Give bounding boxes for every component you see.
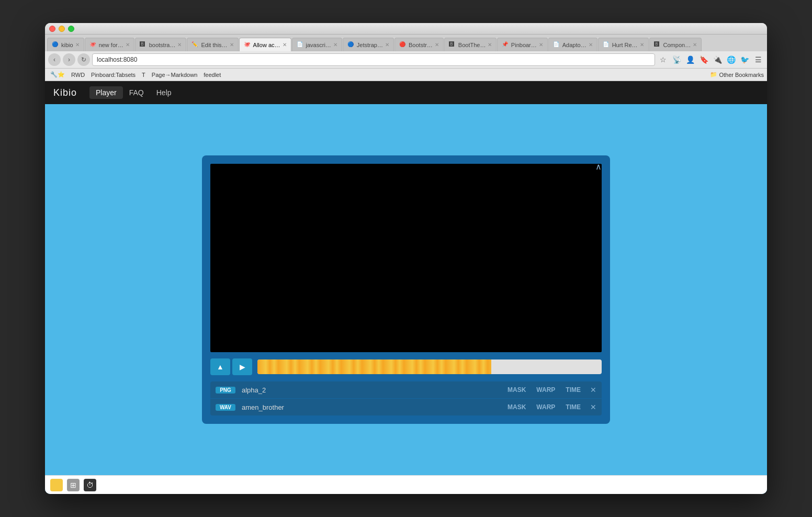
app-nav-items: Player FAQ Help bbox=[89, 86, 178, 99]
progress-bar-fill bbox=[257, 359, 491, 374]
rss-icon[interactable]: 📡 bbox=[671, 54, 682, 65]
tab-close-icon[interactable]: ✕ bbox=[640, 42, 644, 48]
grid-icon[interactable]: ⊞ bbox=[67, 479, 80, 491]
address-input[interactable] bbox=[92, 53, 655, 66]
tab-javascript[interactable]: 📄 javascri… ✕ bbox=[292, 38, 342, 51]
minimize-button[interactable] bbox=[59, 26, 65, 32]
tab-label: bootstra… bbox=[149, 42, 176, 48]
tab-label: BootThe… bbox=[458, 42, 486, 48]
bookmark-label: Pinboard:Tabsets bbox=[91, 72, 136, 78]
bookmark-label: Page→Markdown bbox=[152, 72, 197, 78]
tab-close-icon[interactable]: ✕ bbox=[126, 42, 130, 48]
tab-close-icon[interactable]: ✕ bbox=[75, 42, 80, 48]
tab-new-forms[interactable]: 🐙 new for… ✕ bbox=[85, 38, 134, 51]
badge-icon[interactable]: 🔖 bbox=[698, 54, 709, 65]
tab-close-icon[interactable]: ✕ bbox=[589, 42, 593, 48]
tab-jetstrap[interactable]: 🔵 Jetstrap… ✕ bbox=[343, 38, 394, 51]
tab-favicon: ✏️ bbox=[191, 41, 199, 49]
tab-favicon: 🔵 bbox=[347, 41, 355, 49]
app-brand: Kibio bbox=[53, 87, 77, 98]
tab-close-icon[interactable]: ✕ bbox=[488, 42, 492, 48]
reload-button[interactable]: ↻ bbox=[77, 53, 90, 66]
bookmark-rwd[interactable]: RWD bbox=[69, 71, 87, 78]
tab-close-icon[interactable]: ✕ bbox=[435, 42, 439, 48]
tab-favicon: 🐙 bbox=[244, 41, 251, 49]
control-buttons: ▲ ▶ bbox=[210, 358, 252, 375]
track-warp-button[interactable]: WARP bbox=[536, 403, 555, 411]
tab-boottheme[interactable]: 🅱 BootThe… ✕ bbox=[444, 38, 497, 51]
tab-close-icon[interactable]: ✕ bbox=[230, 42, 234, 48]
track-warp-button[interactable]: WARP bbox=[536, 386, 555, 394]
tab-close-icon[interactable]: ✕ bbox=[693, 42, 697, 48]
track-name: alpha_2 bbox=[242, 386, 502, 394]
bookmarks-other-label: Other Bookmarks bbox=[719, 72, 764, 78]
star-icon[interactable]: ☆ bbox=[657, 54, 669, 65]
track-mask-button[interactable]: MASK bbox=[508, 403, 526, 411]
player-area: ∧ ▲ ▶ PNG bbox=[45, 104, 767, 475]
clock-icon[interactable]: ⏱ bbox=[84, 479, 96, 491]
nav-item-faq[interactable]: FAQ bbox=[123, 86, 150, 99]
tab-favicon: 📄 bbox=[297, 41, 304, 49]
mac-window: 🔵 kibio ✕ 🐙 new for… ✕ 🅱 bootstra… ✕ ✏️ … bbox=[45, 23, 767, 494]
tab-edit[interactable]: ✏️ Edit this… ✕ bbox=[187, 38, 238, 51]
twitter-icon[interactable]: 🐦 bbox=[739, 54, 750, 65]
title-bar bbox=[45, 23, 767, 35]
tab-close-icon[interactable]: ✕ bbox=[333, 42, 337, 48]
tab-favicon: 🅱 bbox=[140, 41, 147, 49]
menu-icon[interactable]: ☰ bbox=[752, 54, 764, 65]
bookmark-feedlet[interactable]: feedlet bbox=[201, 71, 223, 78]
bookmark-page-markdown[interactable]: Page→Markdown bbox=[150, 71, 199, 78]
tab-component[interactable]: 🅱 Compon… ✕ bbox=[649, 38, 702, 51]
tab-bootstrap2[interactable]: 🔴 Bootstr… ✕ bbox=[394, 38, 444, 51]
tab-favicon: 🅱 bbox=[449, 41, 456, 49]
maximize-button[interactable] bbox=[68, 26, 74, 32]
progress-bar-container[interactable] bbox=[257, 359, 602, 374]
address-bar-row: ‹ › ↻ ☆ 📡 👤 🔖 🔌 🌐 🐦 ☰ bbox=[45, 51, 767, 69]
tab-hurt[interactable]: 📄 Hurt Re… ✕ bbox=[598, 38, 649, 51]
tab-favicon: 🐙 bbox=[89, 41, 97, 49]
play-button[interactable]: ▶ bbox=[232, 358, 252, 375]
tab-pinboard[interactable]: 📌 Pinboar… ✕ bbox=[497, 38, 548, 51]
tab-close-icon[interactable]: ✕ bbox=[177, 42, 182, 48]
nav-item-help[interactable]: Help bbox=[150, 86, 178, 99]
tab-label: Bootstr… bbox=[409, 42, 433, 48]
track-delete-button[interactable]: ✕ bbox=[590, 386, 596, 394]
tab-label: Allow ac… bbox=[253, 42, 280, 48]
tab-adapto[interactable]: 📄 Adapto… ✕ bbox=[548, 38, 597, 51]
back-button[interactable]: ‹ bbox=[48, 53, 61, 66]
track-time-button[interactable]: TIME bbox=[566, 403, 581, 411]
track-mask-button[interactable]: MASK bbox=[508, 386, 526, 394]
track-row: PNG alpha_2 MASK WARP TIME ✕ bbox=[210, 381, 602, 399]
yellow-box-icon[interactable] bbox=[50, 479, 63, 491]
avatar-icon[interactable]: 👤 bbox=[684, 54, 696, 65]
tab-label: new for… bbox=[99, 42, 123, 48]
tab-favicon: 📄 bbox=[603, 41, 610, 49]
tab-allow[interactable]: 🐙 Allow ac… ✕ bbox=[239, 38, 291, 51]
forward-button[interactable]: › bbox=[63, 53, 75, 66]
tab-close-icon[interactable]: ✕ bbox=[385, 42, 389, 48]
tab-label: Hurt Re… bbox=[612, 42, 638, 48]
tab-label: Adapto… bbox=[562, 42, 587, 48]
extension1-icon[interactable]: 🔌 bbox=[712, 54, 723, 65]
track-time-button[interactable]: TIME bbox=[566, 386, 581, 394]
track-row: WAV amen_brother MASK WARP TIME ✕ bbox=[210, 399, 602, 415]
tab-favicon: 📄 bbox=[553, 41, 560, 49]
bookmark-t[interactable]: T bbox=[140, 71, 148, 78]
rewind-button[interactable]: ▲ bbox=[210, 358, 230, 375]
tab-favicon: 🔵 bbox=[52, 41, 59, 49]
bookmarks-other[interactable]: 📁 Other Bookmarks bbox=[710, 71, 764, 78]
tab-label: Jetstrap… bbox=[357, 42, 383, 48]
tab-kibio[interactable]: 🔵 kibio ✕ bbox=[47, 38, 84, 51]
bookmark-icon-set[interactable]: 🔧⭐ bbox=[48, 71, 67, 78]
close-button[interactable] bbox=[49, 26, 55, 32]
track-delete-button[interactable]: ✕ bbox=[590, 403, 596, 411]
tab-close-icon[interactable]: ✕ bbox=[539, 42, 543, 48]
bookmark-label: feedlet bbox=[204, 72, 221, 78]
globe-icon[interactable]: 🌐 bbox=[725, 54, 737, 65]
bookmark-pinboard[interactable]: Pinboard:Tabsets bbox=[89, 71, 138, 78]
nav-item-player[interactable]: Player bbox=[89, 86, 123, 99]
tab-bootstrap[interactable]: 🅱 bootstra… ✕ bbox=[135, 38, 187, 51]
tab-close-icon[interactable]: ✕ bbox=[283, 42, 287, 48]
collapse-arrow[interactable]: ∧ bbox=[595, 162, 602, 172]
tab-label: Compon… bbox=[663, 42, 691, 48]
